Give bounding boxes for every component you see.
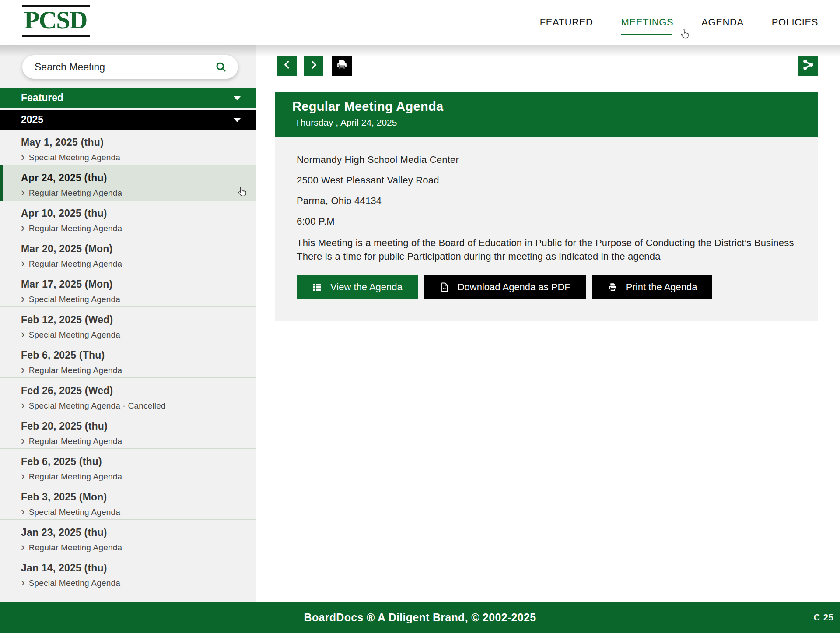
table-list-icon — [312, 282, 322, 292]
view-agenda-label: View the Agenda — [330, 282, 402, 293]
search-meeting-box — [22, 55, 238, 79]
meeting-agenda-link[interactable]: › Special Meeting Agenda — [21, 152, 252, 163]
caret-down-icon — [234, 118, 241, 122]
meeting-date: Apr 24, 2025 (thu) — [21, 172, 252, 184]
nav-item-policies[interactable]: POLICIES — [772, 17, 818, 28]
meeting-agenda-label: Regular Meeting Agenda — [29, 224, 122, 233]
meeting-agenda-label: Regular Meeting Agenda — [29, 188, 122, 198]
meeting-date: Feb 12, 2025 (Wed) — [21, 314, 252, 326]
agenda-title: Regular Meeting Agenda — [292, 99, 800, 114]
pdf-file-icon — [439, 282, 450, 292]
meeting-agenda-link[interactable]: › Special Meeting Agenda — [21, 578, 252, 589]
meeting-agenda-link[interactable]: › Regular Meeting Agenda — [21, 542, 252, 553]
chevron-right-icon: › — [21, 151, 25, 162]
search-input[interactable] — [35, 61, 215, 73]
meeting-agenda-link[interactable]: › Regular Meeting Agenda — [21, 365, 252, 376]
printer-icon — [335, 58, 349, 74]
meeting-agenda-link[interactable]: › Special Meeting Agenda — [21, 507, 252, 518]
meeting-agenda-label: Special Meeting Agenda — [29, 507, 120, 517]
meeting-date: Feb 6, 2025 (Thu) — [21, 349, 252, 361]
meeting-agenda-label: Regular Meeting Agenda — [29, 472, 122, 482]
agenda-card-header: Regular Meeting Agenda Thursday , April … — [275, 92, 818, 137]
nav-item-meetings[interactable]: MEETINGS — [621, 17, 673, 28]
meeting-date: Mar 20, 2025 (Mon) — [21, 243, 252, 255]
next-meeting-button[interactable] — [304, 56, 323, 76]
meeting-agenda-label: Special Meeting Agenda — [29, 330, 120, 340]
meeting-date: Feb 20, 2025 (thu) — [21, 420, 252, 432]
agenda-actions: View the Agenda Download Agenda as PDF — [297, 275, 796, 299]
meeting-agenda-link[interactable]: › Regular Meeting Agenda — [21, 258, 252, 270]
meeting-agenda-label: Regular Meeting Agenda — [29, 437, 122, 446]
meeting-date: Apr 10, 2025 (thu) — [21, 208, 252, 219]
meeting-list-item[interactable]: Jan 14, 2025 (thu) › Special Meeting Age… — [0, 555, 256, 591]
meeting-list-item[interactable]: Feb 6, 2025 (Thu) › Regular Meeting Agen… — [0, 342, 256, 378]
meeting-list-item[interactable]: Feb 6, 2025 (thu) › Regular Meeting Agen… — [0, 449, 256, 484]
meeting-agenda-link[interactable]: › Regular Meeting Agenda — [21, 436, 252, 447]
top-header: PCSD FEATURED MEETINGS AGENDA POLICIES — [0, 0, 840, 45]
print-button[interactable] — [332, 56, 352, 76]
meeting-agenda-label: Special Meeting Agenda — [29, 578, 120, 588]
meeting-date: Feb 6, 2025 (thu) — [21, 456, 252, 468]
meeting-date: Mar 17, 2025 (Mon) — [21, 278, 252, 290]
meeting-list-item[interactable]: Apr 24, 2025 (thu) › Regular Meeting Age… — [0, 165, 256, 201]
meeting-agenda-link[interactable]: › Special Meeting Agenda — [21, 294, 252, 305]
footer-brand-text: BoardDocs ® A Diligent Brand, © 2002-202… — [0, 611, 840, 623]
meeting-agenda-link[interactable]: › Regular Meeting Agenda — [21, 223, 252, 234]
meeting-date: Jan 23, 2025 (thu) — [21, 527, 252, 539]
share-button[interactable] — [798, 56, 818, 76]
agenda-card: Regular Meeting Agenda Thursday , April … — [275, 92, 818, 321]
main-nav: FEATURED MEETINGS AGENDA POLICIES — [540, 0, 818, 45]
meeting-list-item[interactable]: May 1, 2025 (thu) › Special Meeting Agen… — [0, 130, 256, 165]
chevron-right-icon: › — [21, 293, 25, 304]
meeting-list-item[interactable]: Jan 23, 2025 (thu) › Regular Meeting Age… — [0, 520, 256, 555]
meeting-list-item[interactable]: Feb 12, 2025 (Wed) › Special Meeting Age… — [0, 307, 256, 342]
download-agenda-pdf-button[interactable]: Download Agenda as PDF — [424, 275, 586, 299]
meeting-agenda-label: Regular Meeting Agenda — [29, 366, 122, 375]
meeting-time-line: 6:00 P.M — [297, 216, 796, 227]
footer-code: C 25 — [814, 612, 834, 622]
chevron-right-icon: › — [21, 364, 25, 375]
chevron-right-icon — [308, 59, 319, 72]
meeting-location-line: Normandy High School Media Center — [297, 154, 796, 166]
meeting-date: Jan 14, 2025 (thu) — [21, 562, 252, 574]
meeting-agenda-link[interactable]: › Regular Meeting Agenda — [21, 187, 252, 199]
meeting-list-item[interactable]: Feb 20, 2025 (thu) › Regular Meeting Age… — [0, 413, 256, 449]
print-agenda-label: Print the Agenda — [626, 282, 697, 293]
nav-item-agenda[interactable]: AGENDA — [701, 17, 744, 28]
meeting-description: This Meeting is a meeting of the Board o… — [297, 236, 796, 264]
meeting-list-item[interactable]: Fed 26, 2025 (Wed) › Special Meeting Age… — [0, 378, 256, 413]
meeting-agenda-label: Special Meeting Agenda — [29, 295, 120, 304]
meeting-agenda-link[interactable]: › Special Meeting Agenda - Cancelled — [21, 400, 252, 412]
search-icon[interactable] — [215, 61, 227, 73]
meeting-list-item[interactable]: Mar 17, 2025 (Mon) › Special Meeting Age… — [0, 271, 256, 307]
print-agenda-button[interactable]: Print the Agenda — [592, 275, 713, 299]
chevron-right-icon: › — [21, 541, 25, 553]
meeting-agenda-link[interactable]: › Regular Meeting Agenda — [21, 471, 252, 483]
meeting-agenda-link[interactable]: › Special Meeting Agenda — [21, 329, 252, 341]
caret-down-icon — [234, 96, 241, 100]
chevron-right-icon: › — [21, 328, 25, 340]
view-agenda-button[interactable]: View the Agenda — [297, 275, 418, 299]
meeting-list-item[interactable]: Apr 10, 2025 (thu) › Regular Meeting Age… — [0, 201, 256, 236]
meeting-agenda-label: Regular Meeting Agenda — [29, 259, 122, 269]
meeting-agenda-label: Special Meeting Agenda - Cancelled — [29, 401, 166, 411]
meeting-date: May 1, 2025 (thu) — [21, 137, 252, 148]
group-label: 2025 — [21, 114, 43, 126]
meeting-agenda-label: Regular Meeting Agenda — [29, 543, 122, 553]
nav-item-featured[interactable]: FEATURED — [540, 17, 593, 28]
sidebar-group-2025[interactable]: 2025 — [0, 110, 256, 130]
chevron-right-icon: › — [21, 399, 25, 411]
chevron-right-icon: › — [21, 506, 25, 517]
previous-meeting-button[interactable] — [277, 56, 297, 76]
group-label: Featured — [21, 92, 63, 104]
meeting-city-line: Parma, Ohio 44134 — [297, 195, 796, 207]
meetings-sidebar: Featured 2025 May 1, 2025 (thu) › Specia… — [0, 45, 256, 602]
meeting-list-item[interactable]: Mar 20, 2025 (Mon) › Regular Meeting Age… — [0, 236, 256, 271]
footer: BoardDocs ® A Diligent Brand, © 2002-202… — [0, 602, 840, 633]
share-icon — [802, 58, 815, 73]
chevron-right-icon: › — [21, 577, 25, 588]
sidebar-group-featured[interactable]: Featured — [0, 88, 256, 108]
meeting-list: May 1, 2025 (thu) › Special Meeting Agen… — [0, 130, 256, 602]
pcsd-logo[interactable]: PCSD — [22, 5, 90, 37]
meeting-list-item[interactable]: Feb 3, 2025 (Mon) › Special Meeting Agen… — [0, 484, 256, 520]
